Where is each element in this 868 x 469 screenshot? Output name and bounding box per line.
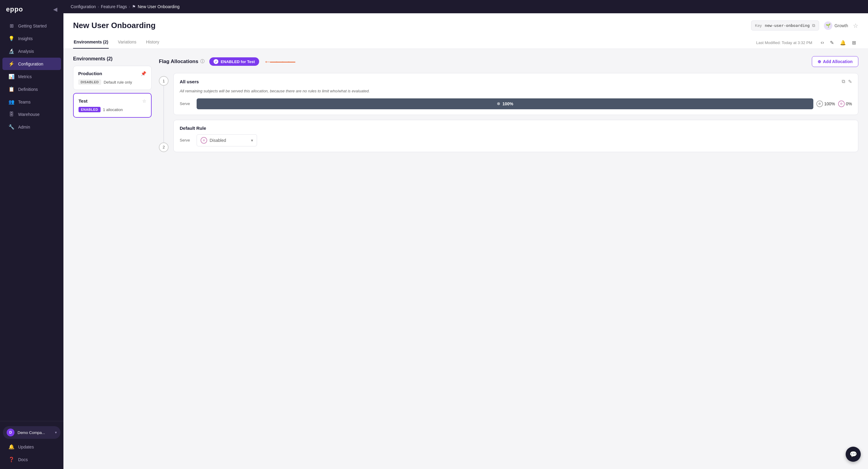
alloc-card-header-default: Default Rule [180, 126, 852, 131]
company-name: Demo Compa... [18, 430, 45, 435]
tab-environments[interactable]: Environments (2) [73, 36, 109, 48]
key-badge: Key new-user-onboarding ⧉ [751, 21, 819, 31]
sidebar-item-label: Getting Started [18, 24, 46, 28]
sidebar-item-warehouse[interactable]: 🗄 Warehouse [2, 108, 61, 121]
metrics-icon: 📊 [8, 74, 14, 79]
sidebar-item-analysis[interactable]: 🔬 Analysis [2, 45, 61, 57]
serve-row-1: Serve ⊗ 100% ⊗ 100% [180, 98, 852, 109]
flag-breadcrumb-icon: ⚑ [132, 4, 136, 9]
page-tabs: Environments (2) Variations History [73, 36, 160, 48]
environment-card-test[interactable]: Test ☆ ENABLED 1 allocation [73, 93, 152, 118]
sidebar-item-metrics[interactable]: 📊 Metrics [2, 70, 61, 83]
sidebar-item-configuration[interactable]: ⚡ Configuration [2, 58, 61, 70]
add-allocation-button[interactable]: ⊕ Add Allocation [812, 56, 858, 67]
breadcrumb-configuration[interactable]: Configuration [71, 4, 96, 9]
header-actions: ‹› ✎ 🔔 ⊞ [818, 38, 858, 47]
environments-panel: Environments (2) Production 📌 DISABLED D… [73, 56, 152, 152]
page-body: Environments (2) Production 📌 DISABLED D… [63, 49, 868, 159]
favorite-button[interactable]: ☆ [853, 22, 858, 29]
tab-history[interactable]: History [146, 36, 160, 48]
company-selector[interactable]: D Demo Compa... ▾ [3, 426, 60, 439]
breadcrumb-sep-2: › [129, 4, 130, 9]
tabs-right-actions: Last Modified: Today at 3:32 PM ‹› ✎ 🔔 ⊞ [756, 38, 858, 47]
teams-icon: 👥 [8, 99, 14, 105]
env-card-header-test: Test ☆ [79, 98, 146, 104]
toggle-dot: ✓ [214, 59, 218, 64]
table-view-button[interactable]: ⊞ [849, 38, 858, 47]
last-modified: Last Modified: Today at 3:32 PM [756, 40, 817, 45]
serve-bar-pct: 100% [502, 101, 514, 106]
environments-panel-title: Environments (2) [73, 56, 152, 62]
sidebar-bottom: D Demo Compa... ▾ 🔔 Updates ❓ Docs [0, 421, 63, 469]
step-line-1 [163, 86, 164, 142]
serve-icon-2: ⊕ [838, 100, 845, 107]
pin-icon-production[interactable]: 📌 [141, 71, 147, 76]
page-header: New User Onboarding Key new-user-onboard… [63, 13, 868, 49]
disabled-value: Disabled [210, 138, 226, 143]
page-title-right: Key new-user-onboarding ⧉ 🌱 Growth ☆ [751, 21, 858, 31]
allocation-steps: 1 2 [159, 73, 168, 152]
notifications-button[interactable]: 🔔 [837, 38, 848, 47]
allocation-cards: All users ⧉ ✎ All remaining subjects wil… [173, 73, 858, 152]
status-badge-test: ENABLED [79, 107, 100, 112]
toggle-check-icon: ✓ [215, 60, 217, 63]
sidebar-collapse-button[interactable]: ◀ [53, 6, 57, 13]
code-view-button[interactable]: ‹› [818, 38, 826, 47]
duplicate-icon[interactable]: ⧉ [842, 79, 845, 85]
arrow-indicator: ←———— [264, 57, 294, 66]
sidebar: eppo ◀ ⊞ Getting Started 💡 Insights 🔬 An… [0, 0, 63, 469]
serve-bar-container-1: ⊗ 100% ⊗ 100% ⊕ 0% [196, 98, 852, 109]
sidebar-item-insights[interactable]: 💡 Insights [2, 32, 61, 45]
flag-allocations-header: Flag Allocations ⓘ ✓ ENABLED for Test ←—… [159, 56, 858, 67]
sidebar-nav: ⊞ Getting Started 💡 Insights 🔬 Analysis … [0, 18, 63, 421]
sidebar-item-label: Admin [18, 125, 30, 130]
sidebar-item-getting-started[interactable]: ⊞ Getting Started [2, 20, 61, 32]
sidebar-item-admin[interactable]: 🔧 Admin [2, 121, 61, 133]
insights-icon: 💡 [8, 36, 14, 41]
sidebar-item-teams[interactable]: 👥 Teams [2, 96, 61, 108]
alloc-card-title-1: All users [180, 79, 199, 84]
tab-variations[interactable]: Variations [117, 36, 137, 48]
sidebar-item-definitions[interactable]: 📋 Definitions [2, 83, 61, 95]
sidebar-item-updates[interactable]: 🔔 Updates [2, 441, 61, 453]
sidebar-item-label: Metrics [18, 74, 32, 79]
edit-button[interactable]: ✎ [828, 38, 836, 47]
main-content: Configuration › Feature Flags › ⚑ New Us… [63, 0, 868, 469]
sidebar-logo: eppo ◀ [0, 0, 63, 18]
alloc-card-title-default: Default Rule [180, 126, 206, 131]
edit-allocation-icon[interactable]: ✎ [848, 79, 852, 85]
disabled-serve-select[interactable]: ⊕ Disabled ▾ [196, 134, 257, 146]
env-card-header-production: Production 📌 [78, 71, 147, 76]
star-icon-test[interactable]: ☆ [142, 98, 146, 104]
breadcrumb: Configuration › Feature Flags › ⚑ New Us… [71, 4, 180, 9]
definitions-icon: 📋 [8, 86, 14, 92]
key-value: new-user-onboarding [765, 23, 810, 28]
serve-bar-icon-1: ⊗ [497, 101, 500, 106]
disabled-icon: ⊕ [200, 137, 207, 144]
serve-row-default: Serve ⊕ Disabled ▾ [180, 134, 852, 146]
step-1-circle: 1 [159, 76, 168, 86]
breadcrumb-feature-flags[interactable]: Feature Flags [101, 4, 127, 9]
chat-bubble[interactable]: 💬 [846, 447, 861, 462]
warehouse-icon: 🗄 [8, 112, 14, 117]
enabled-toggle[interactable]: ✓ ENABLED for Test [209, 57, 259, 66]
environment-card-production[interactable]: Production 📌 DISABLED Default rule only [73, 66, 152, 90]
tabs-row: Environments (2) Variations History Last… [73, 36, 858, 48]
alloc-card-actions-1: ⧉ ✎ [842, 79, 852, 85]
page-title-row: New User Onboarding Key new-user-onboard… [73, 21, 858, 31]
admin-icon: 🔧 [8, 124, 14, 130]
docs-icon: ❓ [8, 457, 14, 462]
sidebar-item-label: Teams [18, 100, 31, 104]
plus-icon: ⊕ [817, 59, 821, 64]
updates-icon: 🔔 [8, 444, 14, 450]
sidebar-item-docs[interactable]: ❓ Docs [2, 453, 61, 466]
sidebar-item-label: Configuration [18, 62, 43, 66]
sidebar-item-label: Analysis [18, 49, 34, 54]
serve-bar-1[interactable]: ⊗ 100% [196, 98, 813, 109]
copy-icon[interactable]: ⧉ [812, 23, 815, 28]
help-icon[interactable]: ⓘ [200, 59, 205, 64]
sidebar-item-label: Docs [18, 457, 28, 462]
flag-allocations-panel: Flag Allocations ⓘ ✓ ENABLED for Test ←—… [159, 56, 858, 152]
env-tags-test: ENABLED 1 allocation [79, 107, 146, 112]
sidebar-item-label: Warehouse [18, 112, 39, 117]
